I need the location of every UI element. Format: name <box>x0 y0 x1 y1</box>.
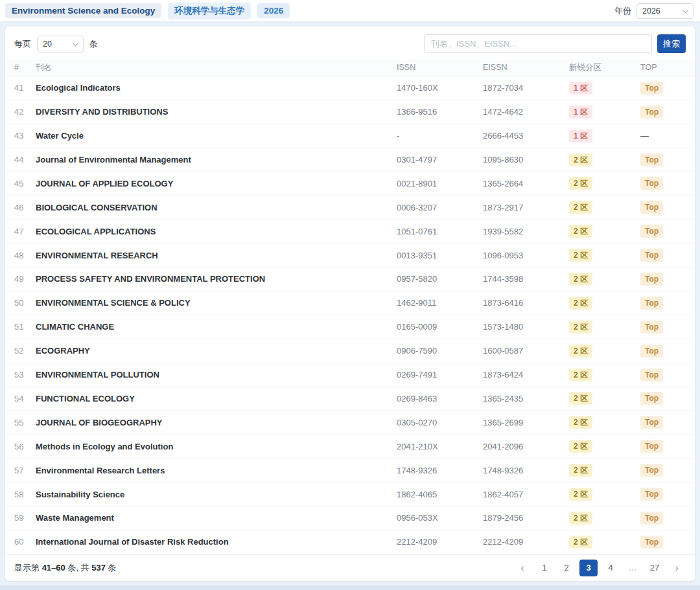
journal-name: ENVIRONMENTAL POLLUTION <box>36 370 397 380</box>
next-page-button[interactable]: › <box>668 560 686 576</box>
search-button[interactable]: 搜索 <box>657 34 686 53</box>
journal-name: Methods in Ecology and Evolution <box>36 442 397 451</box>
year-select[interactable]: 2026 <box>636 3 694 19</box>
issn-value: 2212-4209 <box>397 537 483 547</box>
page-4-button[interactable]: 4 <box>601 560 620 576</box>
eissn-value: 2041-2096 <box>483 442 569 451</box>
page-1-button[interactable]: 1 <box>535 560 554 576</box>
issn-value: 0305-0270 <box>397 418 483 427</box>
table-row[interactable]: 59 Waste Management 0956-053X 1879-2456 … <box>5 506 695 530</box>
eissn-value: 1365-2664 <box>483 179 569 188</box>
eissn-value: 1600-0587 <box>483 346 569 356</box>
table-row[interactable]: 48 ENVIRONMENTAL RESEARCH 0013-9351 1096… <box>5 244 695 267</box>
table-row[interactable]: 55 JOURNAL OF BIOGEOGRAPHY 0305-0270 136… <box>5 411 695 435</box>
table-row[interactable]: 43 Water Cycle - 2666-4453 1 区 — <box>5 124 695 148</box>
top-badge: Top <box>640 153 663 166</box>
zone-badge: 2 区 <box>569 201 592 214</box>
row-number: 59 <box>14 513 36 523</box>
zone-badge: 2 区 <box>569 392 592 405</box>
row-number: 57 <box>14 466 36 475</box>
table-header: # 刊名 ISSN EISSN 新锐分区 TOP <box>5 60 695 76</box>
issn-value: 0301-4797 <box>397 155 483 165</box>
table-row[interactable]: 45 JOURNAL OF APPLIED ECOLOGY 0021-8901 … <box>5 172 695 196</box>
zone-badge: 2 区 <box>569 416 592 429</box>
issn-value: 0165-0009 <box>397 322 483 332</box>
row-number: 42 <box>14 107 36 117</box>
search-bar: 搜索 <box>424 34 686 53</box>
top-badge: Top <box>640 369 663 381</box>
table-row[interactable]: 52 ECOGRAPHY 0906-7590 1600-0587 2 区 Top <box>5 339 695 363</box>
row-number: 60 <box>14 537 36 547</box>
zone-badge: 1 区 <box>569 106 592 119</box>
issn-value: 1862-4065 <box>397 490 483 499</box>
category-tag-en[interactable]: Environment Science and Ecology <box>5 3 161 18</box>
table-row[interactable]: 41 Ecological Indicators 1470-160X 1872-… <box>5 76 695 100</box>
page-3-button[interactable]: 3 <box>579 560 598 576</box>
table-row[interactable]: 60 International Journal of Disaster Ris… <box>5 530 695 554</box>
issn-value: 1462-9011 <box>397 298 483 308</box>
top-dash: — <box>640 131 649 141</box>
prev-page-button[interactable]: ‹ <box>513 560 531 576</box>
zone-badge: 2 区 <box>569 249 592 262</box>
per-page-control: 每页 20 条 <box>14 36 98 52</box>
table-row[interactable]: 56 Methods in Ecology and Evolution 2041… <box>5 435 695 459</box>
journal-name: ENVIRONMENTAL RESEARCH <box>36 251 397 260</box>
row-number: 43 <box>14 131 36 141</box>
category-tag-zh[interactable]: 环境科学与生态学 <box>168 3 251 19</box>
table-row[interactable]: 51 CLIMATIC CHANGE 0165-0009 1573-1480 2… <box>5 315 695 339</box>
row-number: 56 <box>14 442 36 451</box>
top-badge: Top <box>640 82 663 95</box>
issn-value: 0956-053X <box>397 513 483 523</box>
eissn-value: 1939-5582 <box>483 227 569 236</box>
issn-value: - <box>397 131 483 141</box>
row-number: 52 <box>14 346 36 356</box>
table-row[interactable]: 44 Journal of Environmental Management 0… <box>5 148 695 172</box>
chevron-down-icon <box>682 6 689 13</box>
eissn-value: 1872-7034 <box>483 83 569 93</box>
page-2-button[interactable]: 2 <box>557 560 576 576</box>
bottom-strip <box>0 585 700 590</box>
table-row[interactable]: 53 ENVIRONMENTAL POLLUTION 0269-7491 187… <box>5 363 695 387</box>
journal-name: PROCESS SAFETY AND ENVIRONMENTAL PROTECT… <box>36 274 397 284</box>
table-row[interactable]: 50 ENVIRONMENTAL SCIENCE & POLICY 1462-9… <box>5 291 695 315</box>
col-header-eissn: EISSN <box>483 63 569 72</box>
top-badge: Top <box>640 536 663 549</box>
journal-name: International Journal of Disaster Risk R… <box>36 537 397 547</box>
zone-badge: 2 区 <box>569 297 592 310</box>
issn-value: 1366-9516 <box>397 107 483 117</box>
per-page-prefix-label: 每页 <box>14 38 31 50</box>
journal-name: Ecological Indicators <box>36 83 397 93</box>
journal-name: Journal of Environmental Management <box>36 155 397 165</box>
search-input[interactable] <box>424 34 652 53</box>
table-row[interactable]: 47 ECOLOGICAL APPLICATIONS 1051-0761 193… <box>5 220 695 244</box>
pagination: ‹1234…27› <box>513 560 686 576</box>
row-number: 54 <box>14 394 36 403</box>
year-tag[interactable]: 2026 <box>257 3 290 18</box>
top-badge: Top <box>640 512 663 525</box>
table-row[interactable]: 54 FUNCTIONAL ECOLOGY 0269-8463 1365-243… <box>5 387 695 411</box>
journal-name: Environmental Research Letters <box>36 466 397 475</box>
journal-table-card: 每页 20 条 搜索 # 刊名 ISSN EISSN 新锐分区 TOP 41 E… <box>5 27 695 581</box>
per-page-select[interactable]: 20 <box>37 36 84 52</box>
table-row[interactable]: 58 Sustainability Science 1862-4065 1862… <box>5 482 695 506</box>
table-row[interactable]: 57 Environmental Research Letters 1748-9… <box>5 459 695 482</box>
table-row[interactable]: 49 PROCESS SAFETY AND ENVIRONMENTAL PROT… <box>5 267 695 291</box>
eissn-value: 1573-1480 <box>483 322 569 332</box>
summary-text: 537 <box>91 563 106 573</box>
results-summary: 显示第 41–60 条, 共 537 条 <box>14 562 117 574</box>
table-row[interactable]: 42 DIVERSITY AND DISTRIBUTIONS 1366-9516… <box>5 100 695 124</box>
table-row[interactable]: 46 BIOLOGICAL CONSERVATION 0006-3207 187… <box>5 196 695 220</box>
col-header-issn: ISSN <box>397 63 483 72</box>
top-badge: Top <box>640 392 663 405</box>
col-header-journal: 刊名 <box>36 62 397 73</box>
eissn-value: 1744-3598 <box>483 274 569 284</box>
page-27-button[interactable]: 27 <box>646 560 664 576</box>
row-number: 47 <box>14 227 36 236</box>
eissn-value: 1365-2435 <box>483 394 569 403</box>
zone-badge: 2 区 <box>569 369 592 381</box>
table-controls: 每页 20 条 搜索 <box>5 27 695 60</box>
eissn-value: 2212-4209 <box>483 537 569 547</box>
zone-badge: 2 区 <box>569 321 592 334</box>
zone-badge: 2 区 <box>569 464 592 477</box>
col-header-index: # <box>14 63 36 72</box>
